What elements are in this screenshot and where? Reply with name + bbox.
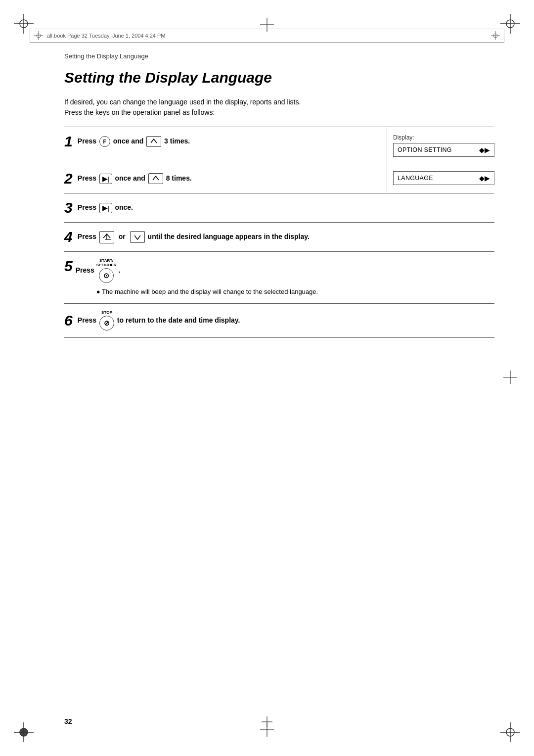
step-6-end: to return to the date and time display. xyxy=(117,316,240,324)
header-bar-text: all.book Page 32 Tuesday, June 1, 2004 4… xyxy=(47,33,166,39)
step-5-content: 5 Press START/SPEICHER ⊙ . xyxy=(64,252,494,304)
step-number-1: 1 xyxy=(64,134,73,149)
corner-mark-br xyxy=(500,722,520,742)
step-4-press: Press xyxy=(78,233,96,240)
step-row-3: 3 Press ▶| once. xyxy=(64,193,494,223)
step-1-once-and: once and xyxy=(113,137,143,145)
intro-line2: Press the keys on the operation panel as… xyxy=(64,108,215,116)
step-number-6: 6 xyxy=(64,313,73,328)
main-content: Setting the Display Language If desired,… xyxy=(64,64,494,707)
step-3-press: Press xyxy=(78,203,96,211)
step-4-or: or xyxy=(119,233,126,240)
step-number-3: 3 xyxy=(64,200,73,215)
step-5-end: . xyxy=(119,266,121,274)
display-label-1: Display: xyxy=(393,134,494,141)
step-6-text: Press STOP ⊘ to return to the date and t… xyxy=(78,316,240,324)
display-box-1-text: OPTION SETTING xyxy=(398,146,452,153)
step-3-content: 3 Press ▶| once. xyxy=(64,193,494,223)
step-2-once-and: once and xyxy=(115,174,145,182)
step-6-press: Press xyxy=(78,316,96,324)
step-4-down-icon xyxy=(130,231,145,243)
step-2-display: LANGUAGE ◆▶ xyxy=(387,164,495,193)
step-1-text: Press F once and 3 times. xyxy=(78,137,190,145)
step-3-text: Press ▶| once. xyxy=(78,203,133,211)
step-row-5: 5 Press START/SPEICHER ⊙ . xyxy=(64,252,494,304)
step-3-end: once. xyxy=(115,203,133,211)
display-box-2: LANGUAGE ◆▶ xyxy=(393,171,494,185)
step-number-5: 5 xyxy=(64,259,73,274)
page-container: all.book Page 32 Tuesday, June 1, 2004 4… xyxy=(0,0,534,756)
step-1-scroll-icon xyxy=(146,136,161,147)
step-5-text: Press START/SPEICHER ⊙ . xyxy=(76,266,121,274)
display-box-2-arrow: ◆▶ xyxy=(479,174,490,182)
step-6-stop-btn-wrapper: STOP ⊘ xyxy=(98,311,115,331)
step-4-end: until the desired language appears in th… xyxy=(148,233,310,240)
step-4-content: 4 Press or xyxy=(64,223,494,252)
step-5-start-icon: ⊙ xyxy=(99,268,114,283)
step-1-press: Press xyxy=(78,137,96,145)
header-bar: all.book Page 32 Tuesday, June 1, 2004 4… xyxy=(30,29,504,43)
step-row-4: 4 Press or xyxy=(64,223,494,252)
step-1-display: Display: OPTION SETTING ◆▶ xyxy=(387,127,495,164)
step-6-stop-icon: ⊘ xyxy=(99,316,114,331)
display-box-1-arrow: ◆▶ xyxy=(479,146,490,154)
step-2-content: 2 Press ▶| once and 8 times. xyxy=(64,164,387,193)
step-4-text: Press or xyxy=(78,233,310,240)
step-row-6: 6 Press STOP ⊘ to return to the date and… xyxy=(64,304,494,338)
step-1-content: 1 Press F once and 3 times. xyxy=(64,127,387,164)
page-number: 32 xyxy=(64,717,72,725)
step-5-btn-label: START/SPEICHER xyxy=(96,259,117,268)
step-1-times: 3 times. xyxy=(164,137,190,145)
step-5-bullet: ● The machine will beep and the display … xyxy=(96,287,318,297)
step-3-fwd-icon: ▶| xyxy=(99,203,112,213)
step-6-btn-label: STOP xyxy=(101,311,112,315)
section-label: Setting the Display Language xyxy=(64,52,148,60)
step-2-press: Press xyxy=(78,174,96,182)
step-2-fwd-icon: ▶| xyxy=(99,174,112,184)
right-side-mark xyxy=(503,371,517,386)
step-number-4: 4 xyxy=(64,230,73,244)
step-2-text: Press ▶| once and 8 times. xyxy=(78,174,192,182)
step-1-btn-f: F xyxy=(99,136,110,147)
step-2-times: 8 times. xyxy=(166,174,192,182)
step-5-body: Press START/SPEICHER ⊙ . ● The machine w… xyxy=(76,259,318,296)
step-4-up-icon xyxy=(99,231,114,243)
step-number-2: 2 xyxy=(64,171,73,186)
display-box-2-text: LANGUAGE xyxy=(398,175,433,182)
step-row-2: 2 Press ▶| once and 8 times. xyxy=(64,164,494,193)
display-box-1: OPTION SETTING ◆▶ xyxy=(393,143,494,157)
page-title: Setting the Display Language xyxy=(64,69,494,86)
step-6-content: 6 Press STOP ⊘ to return to the date and… xyxy=(64,304,494,338)
step-5-press: Press xyxy=(76,266,94,274)
step-2-scroll-icon xyxy=(148,173,163,184)
bottom-crosshair-center xyxy=(262,716,272,729)
steps-table: 1 Press F once and 3 times. xyxy=(64,127,494,338)
step-5-start-btn-wrapper: START/SPEICHER ⊙ xyxy=(96,259,117,283)
step-row-1: 1 Press F once and 3 times. xyxy=(64,127,494,164)
intro-line1: If desired, you can change the language … xyxy=(64,98,301,106)
corner-mark-bl xyxy=(14,722,34,742)
intro-text: If desired, you can change the language … xyxy=(64,97,494,118)
